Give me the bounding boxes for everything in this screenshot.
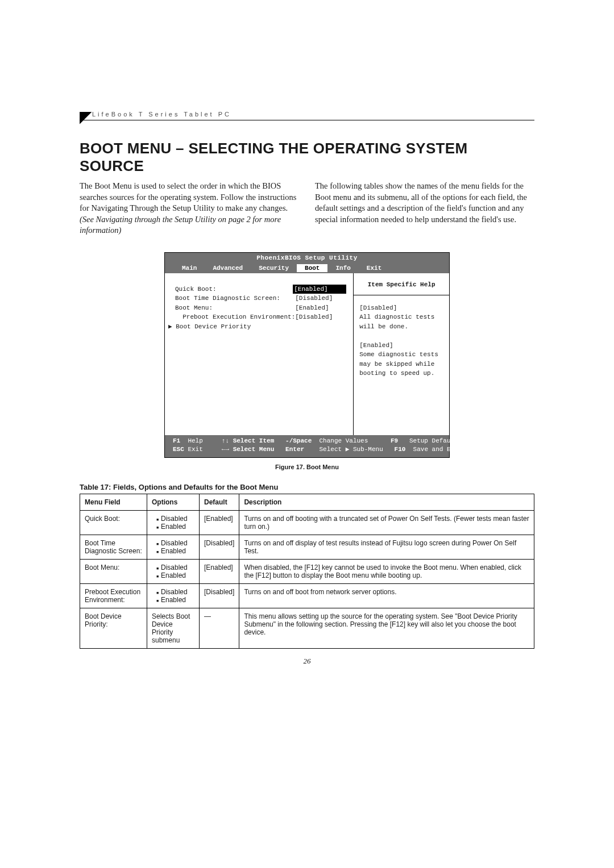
cell-default: — xyxy=(200,608,239,648)
cell-menu-field: Boot Device Priority: xyxy=(80,608,147,648)
cell-description: Turns on and off boot from network serve… xyxy=(239,583,534,608)
bios-help-title: Item Specific Help xyxy=(354,273,449,295)
cell-menu-field: Boot Menu: xyxy=(80,559,147,583)
th-menu-field: Menu Field xyxy=(80,494,147,510)
bios-item-label: Boot Time Diagnostic Screen: xyxy=(175,294,295,303)
cell-options: DisabledEnabled xyxy=(147,559,200,583)
bios-item-value: [Enabled] xyxy=(295,303,346,313)
cell-description: When disabled, the [F12] key cannot be u… xyxy=(239,559,534,583)
cell-menu-field: Preboot Execution Environment: xyxy=(80,583,147,608)
section-title: BOOT MENU – SELECTING THE OPERATING SYST… xyxy=(80,140,534,175)
fields-table: Menu Field Options Default Description Q… xyxy=(80,494,534,649)
table-row: Preboot Execution Environment:DisabledEn… xyxy=(80,583,534,608)
cell-options: Selects Boot Device Priority submenu xyxy=(147,608,200,648)
page-number: 26 xyxy=(80,657,534,666)
bios-title: PhoenixBIOS Setup Utility xyxy=(165,253,449,263)
cell-default: [Enabled] xyxy=(200,510,239,535)
table-row: Boot Device Priority:Selects Boot Device… xyxy=(80,608,534,648)
bios-item-value: [Disabled] xyxy=(295,294,346,303)
bios-menu-advanced: Advanced xyxy=(205,264,251,272)
table-row: Quick Boot:DisabledEnabled[Enabled]Turns… xyxy=(80,510,534,535)
figure-caption: Figure 17. Boot Menu xyxy=(80,464,534,470)
cell-options: DisabledEnabled xyxy=(147,535,200,559)
section-arrow-icon: ◤ xyxy=(80,109,92,125)
bios-item-value: [Disabled] xyxy=(295,312,346,322)
th-default: Default xyxy=(200,494,239,510)
intro-right-text: The following tables show the names of t… xyxy=(315,181,534,236)
bios-footer: F1 Help ↑↓ Select Item -/Space Change Va… xyxy=(165,435,449,457)
intro-left-text: The Boot Menu is used to select the orde… xyxy=(80,181,296,212)
cell-options: DisabledEnabled xyxy=(147,583,200,608)
bios-item-value: [Enabled] xyxy=(293,285,346,294)
bios-menu-info: Info xyxy=(327,264,358,272)
th-options: Options xyxy=(147,494,200,510)
bios-item-submenu: ▶ Boot Device Priority xyxy=(168,322,295,332)
bios-item-label: Boot Menu: xyxy=(175,303,295,313)
cell-options: DisabledEnabled xyxy=(147,510,200,535)
bios-menu-security: Security xyxy=(251,264,297,272)
bios-menu-boot: Boot xyxy=(297,264,327,272)
table-row: Boot Time Diagnostic Screen:DisabledEnab… xyxy=(80,535,534,559)
cell-default: [Enabled] xyxy=(200,559,239,583)
bios-screenshot: PhoenixBIOS Setup Utility Main Advanced … xyxy=(164,252,450,458)
intro-columns: The Boot Menu is used to select the orde… xyxy=(80,181,534,236)
cell-description: Turns on and off booting with a truncate… xyxy=(239,510,534,535)
table-caption: Table 17: Fields, Options and Defaults f… xyxy=(80,483,534,491)
bios-menu-exit: Exit xyxy=(359,264,389,272)
cell-description: This menu allows setting up the source f… xyxy=(239,608,534,648)
cell-default: [Disabled] xyxy=(200,583,239,608)
bios-help-body: [Disabled] All diagnostic tests will be … xyxy=(354,295,449,386)
table-row: Boot Menu:DisabledEnabled[Enabled]When d… xyxy=(80,559,534,583)
bios-item-list: Quick Boot:[Enabled] Boot Time Diagnosti… xyxy=(165,273,354,435)
cell-default: [Disabled] xyxy=(200,535,239,559)
intro-left-ref: (See Navigating through the Setup Utilit… xyxy=(80,215,281,235)
bios-menubar: Main Advanced Security Boot Info Exit xyxy=(165,263,449,273)
cell-description: Turns on and off display of test results… xyxy=(239,535,534,559)
cell-menu-field: Quick Boot: xyxy=(80,510,147,535)
bios-item-label: Preboot Execution Environment: xyxy=(175,312,295,322)
running-header: LifeBook T Series Tablet PC xyxy=(80,111,534,120)
bios-item-label: Quick Boot: xyxy=(175,285,293,294)
th-description: Description xyxy=(239,494,534,510)
bios-menu-main: Main xyxy=(174,264,205,272)
cell-menu-field: Boot Time Diagnostic Screen: xyxy=(80,535,147,559)
